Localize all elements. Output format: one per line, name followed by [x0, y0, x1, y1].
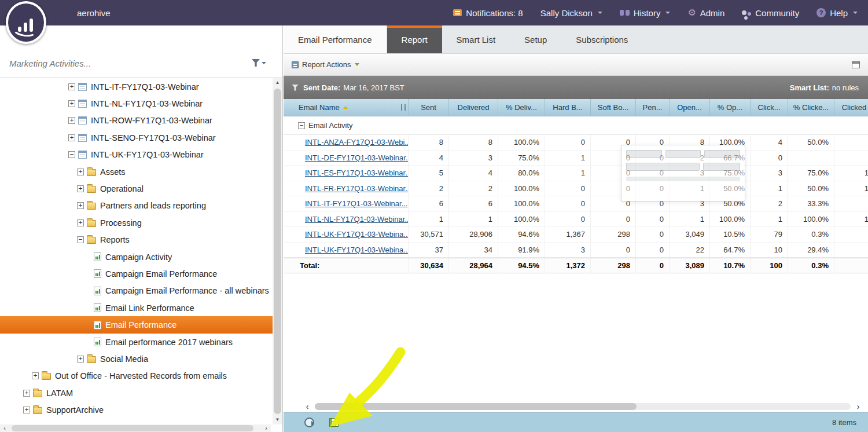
tree-item-operational[interactable]: +Operational [0, 180, 273, 197]
column-header-clicke[interactable]: % Clicke... [788, 99, 834, 116]
table-row: INTL-NL-FY17Q1-03-Webinar...11100.0%0001… [284, 212, 868, 228]
column-header-email-name[interactable]: Email Name [284, 99, 409, 116]
sent-date-filter[interactable]: Sent Date:Mar 16, 2017 BST [303, 83, 404, 92]
tree-item-social-media[interactable]: +Social Media [0, 350, 273, 367]
expand-icon[interactable]: + [23, 390, 30, 397]
tree-item-email-link-performance[interactable]: Email Link Performance [0, 299, 273, 316]
email-name-link[interactable]: INTL-IT-FY17Q1-03-Webinar... [305, 199, 408, 208]
metric-cell: 1 [545, 166, 591, 181]
user-menu[interactable]: Sally Dickson [540, 8, 602, 18]
help-menu[interactable]: ? Help [816, 8, 858, 18]
scrollbar-track[interactable] [9, 424, 262, 432]
column-header-sent[interactable]: Sent [409, 99, 449, 116]
scroll-right-arrow[interactable]: › [854, 402, 862, 411]
collapse-group-icon[interactable]: − [298, 122, 305, 129]
report-actions-button[interactable]: Report Actions [292, 60, 359, 69]
tree-item-campaign-email-performance-all-webinars[interactable]: Campaign Email Performance - all webinar… [0, 283, 273, 299]
tree-item-intl-it-fy17q1-03-webinar[interactable]: +INTL-IT-FY17Q1-03-Webinar [0, 78, 273, 95]
tree-item-intl-uk-fy17q1-03-webinar[interactable]: −INTL-UK-FY17Q1-03-Webinar [0, 147, 273, 163]
table-row: INTL-DE-FY17Q1-03-Webinar...4375.0%10026… [284, 151, 868, 166]
email-name-cell: INTL-ES-FY17Q1-03-Webinar... [284, 166, 409, 181]
collapse-panel-icon[interactable] [852, 61, 860, 68]
column-header-click[interactable]: Click... [751, 99, 788, 116]
report-actions-icon [292, 61, 299, 68]
sidebar-vertical-scrollbar[interactable]: ▲ ▼ [273, 78, 282, 424]
community-button[interactable]: Community [742, 8, 799, 18]
column-header-op[interactable]: % Op... [710, 99, 751, 116]
scroll-down-arrow[interactable]: ▼ [273, 415, 282, 424]
column-header-pen[interactable]: Pen... [636, 99, 670, 116]
expand-icon[interactable]: + [77, 185, 84, 192]
expand-icon[interactable]: + [77, 356, 84, 363]
tree-item-processing[interactable]: +Processing [0, 214, 273, 231]
notifications-button[interactable]: Notifications: 8 [453, 8, 523, 18]
aerohive-logo[interactable] [6, 1, 46, 44]
email-name-link[interactable]: INTL-ANZA-FY17Q1-03-Webi... [305, 138, 409, 147]
tree-item-partners-and-leads-reporting[interactable]: +Partners and leads reporting [0, 197, 273, 214]
expand-icon[interactable]: + [77, 169, 84, 175]
expand-icon[interactable]: + [77, 219, 84, 226]
email-name-link[interactable]: INTL-UK-FY17Q1-03-Webina... [305, 246, 409, 254]
email-name-link[interactable]: INTL-FR-FY17Q1-03-Webinar... [305, 184, 409, 193]
scroll-up-arrow[interactable]: ▲ [273, 78, 282, 87]
tab-subscriptions[interactable]: Subscriptions [561, 25, 642, 53]
scroll-left-arrow[interactable]: ‹ [0, 424, 9, 432]
group-row-email-activity[interactable]: − Email Activity [284, 116, 868, 135]
expand-icon[interactable]: + [23, 407, 30, 413]
total-cell: 0 [636, 258, 670, 273]
smart-list-summary[interactable]: Smart List:no rules [790, 83, 860, 92]
table-horizontal-scrollbar[interactable]: ‹ › [284, 401, 868, 412]
tab-setup[interactable]: Setup [510, 25, 561, 53]
tree-item-assets[interactable]: +Assets [0, 163, 273, 180]
tab-smart-list[interactable]: Smart List [442, 25, 510, 53]
tree-item-supportarchive[interactable]: +SupportArchive [0, 401, 273, 418]
tree-item-email-performance[interactable]: Email Performance [0, 316, 273, 333]
column-header-hard-b[interactable]: Hard B... [545, 99, 591, 116]
column-header-soft-bo[interactable]: Soft Bo... [591, 99, 636, 116]
metric-cell [834, 227, 868, 242]
scroll-left-arrow[interactable]: ‹ [303, 402, 311, 411]
tab-report[interactable]: Report [387, 25, 442, 53]
column-header-clicked[interactable]: Clicked [834, 99, 868, 116]
scrollbar-track[interactable] [315, 403, 851, 410]
search-filter-button[interactable] [252, 59, 266, 67]
tree-item-email-performance-2017-webinars[interactable]: Email performance 2017 webinars [0, 334, 273, 350]
tree-item-latam[interactable]: +LATAM [0, 385, 273, 401]
column-menu-icon[interactable] [401, 104, 406, 111]
scrollbar-thumb[interactable] [12, 425, 253, 431]
email-name-link[interactable]: INTL-ES-FY17Q1-03-Webinar... [305, 169, 409, 177]
expand-icon[interactable]: + [68, 83, 75, 90]
admin-button[interactable]: ⚙ Admin [687, 8, 724, 18]
history-menu[interactable]: History [620, 8, 671, 18]
scrollbar-thumb[interactable] [315, 403, 637, 410]
tab-email-performance[interactable]: Email Performance [284, 25, 387, 53]
refresh-icon[interactable] [304, 418, 314, 427]
scrollbar-thumb[interactable] [274, 89, 281, 414]
tree-item-label: LATAM [46, 389, 73, 398]
collapse-icon[interactable]: − [68, 151, 75, 158]
expand-icon[interactable]: + [32, 372, 39, 379]
tree-item-out-of-office-harvested-records-from-emails[interactable]: +Out of Office - Harvested Records from … [0, 368, 273, 385]
tree-item-intl-row-fy17q1-03-webinar[interactable]: +INTL-ROW-FY17Q1-03-Webinar [0, 112, 273, 129]
column-header-open[interactable]: Open... [670, 99, 710, 116]
column-header-deliv[interactable]: % Deliv... [498, 99, 545, 116]
tree-item-campaign-activity[interactable]: Campaign Activity [0, 248, 273, 265]
search-input[interactable] [8, 58, 240, 69]
metric-cell: 3 [751, 166, 788, 181]
email-name-link[interactable]: INTL-UK-FY17Q1-03-Webina... [305, 230, 409, 239]
email-name-link[interactable]: INTL-NL-FY17Q1-03-Webinar... [305, 215, 409, 224]
tree-item-intl-seno-fy17q1-03-webinar[interactable]: +INTL-SENO-FY17Q1-03-Webinar [0, 129, 273, 146]
tree-item-intl-nl-fy17q1-03-webinar[interactable]: +INTL-NL-FY17Q1-03-Webinar [0, 95, 273, 112]
column-header-delivered[interactable]: Delivered [449, 99, 498, 116]
expand-icon[interactable]: + [77, 202, 84, 209]
email-name-link[interactable]: INTL-DE-FY17Q1-03-Webinar... [305, 153, 409, 162]
expand-icon[interactable]: + [68, 134, 75, 141]
expand-icon[interactable]: + [68, 117, 75, 124]
sidebar-horizontal-scrollbar[interactable]: ‹ › [0, 424, 271, 432]
collapse-icon[interactable]: − [77, 236, 84, 243]
scroll-right-arrow[interactable]: › [262, 424, 271, 432]
tree-item-campaign-email-performance[interactable]: Campaign Email Performance [0, 265, 273, 282]
expand-icon[interactable]: + [68, 100, 75, 107]
tree-item-reports[interactable]: −Reports [0, 232, 273, 248]
export-excel-icon[interactable] [329, 418, 339, 427]
